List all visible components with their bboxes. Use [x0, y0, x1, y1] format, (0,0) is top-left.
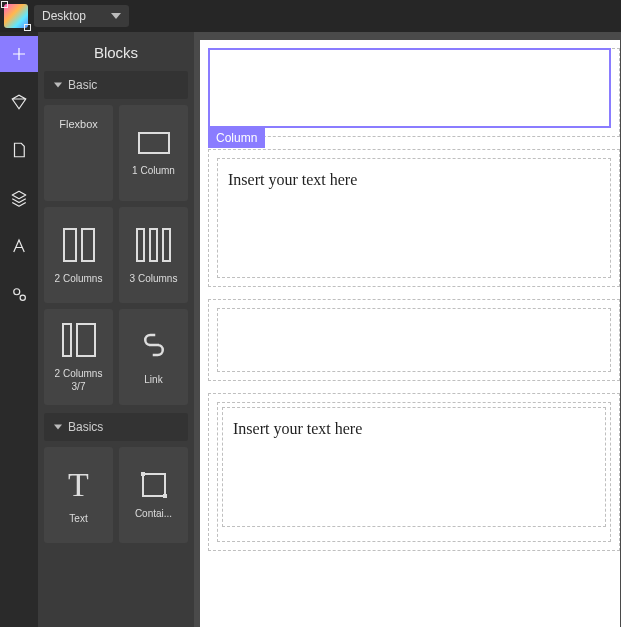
tool-rail [0, 32, 38, 627]
three-columns-icon [136, 228, 171, 262]
panel-scroll[interactable]: Basic Flexbox 1 Column 2 Columns 3 Colum… [38, 71, 194, 627]
selected-column[interactable]: Column [208, 48, 611, 128]
block-label: Contai... [135, 507, 172, 520]
category-grid-basic: Flexbox 1 Column 2 Columns 3 Columns 2 C… [44, 105, 188, 405]
device-select[interactable]: Desktop [34, 5, 129, 27]
canvas-row[interactable]: Insert your text here [208, 149, 620, 287]
block-2-columns[interactable]: 2 Columns [44, 207, 113, 303]
two-columns-icon [63, 228, 95, 262]
canvas-row[interactable]: Insert your text here [208, 393, 620, 551]
canvas-wrap: Column Insert your text here Insert your… [194, 32, 621, 627]
blocks-panel: Blocks Basic Flexbox 1 Column 2 Columns [38, 32, 194, 627]
rail-page-button[interactable] [0, 132, 38, 168]
block-link[interactable]: Link [119, 309, 188, 405]
category-grid-basics: T Text Contai... [44, 447, 188, 543]
canvas-row[interactable]: Column [208, 48, 620, 137]
panel-title: Blocks [38, 32, 194, 71]
letter-a-icon [10, 237, 28, 255]
text-placeholder[interactable]: Insert your text here [229, 414, 599, 444]
rail-settings-button[interactable] [0, 276, 38, 312]
caret-down-icon [54, 423, 62, 431]
plus-icon [10, 45, 28, 63]
diamond-icon [10, 93, 28, 111]
two-columns-3-7-icon [62, 323, 96, 357]
rail-add-button[interactable] [0, 36, 38, 72]
canvas[interactable]: Column Insert your text here Insert your… [200, 40, 620, 627]
caret-down-icon [54, 81, 62, 89]
container-icon [142, 473, 166, 497]
block-label: 2 Columns 3/7 [48, 367, 109, 393]
text-placeholder[interactable]: Insert your text here [224, 165, 604, 195]
rail-diamond-button[interactable] [0, 84, 38, 120]
app-logo-icon [4, 4, 28, 28]
category-label: Basics [68, 420, 103, 434]
link-icon [139, 330, 169, 363]
text-icon: T [68, 468, 89, 502]
column-icon [138, 132, 170, 154]
block-label: 2 Columns [55, 272, 103, 285]
caret-down-icon [111, 13, 121, 19]
canvas-column[interactable]: Insert your text here [217, 402, 611, 542]
block-label: Text [69, 512, 87, 525]
category-header-basics[interactable]: Basics [44, 413, 188, 441]
block-3-columns[interactable]: 3 Columns [119, 207, 188, 303]
block-label: Link [144, 373, 162, 386]
rail-text-button[interactable] [0, 228, 38, 264]
canvas-nested-column[interactable]: Insert your text here [222, 407, 606, 527]
page-icon [10, 141, 28, 159]
block-flexbox[interactable]: Flexbox [44, 105, 113, 201]
svg-point-0 [14, 289, 20, 295]
selection-badge[interactable]: Column [208, 128, 265, 148]
block-label: 1 Column [132, 164, 175, 177]
block-text[interactable]: T Text [44, 447, 113, 543]
canvas-row[interactable] [208, 299, 620, 381]
canvas-column[interactable] [217, 308, 611, 372]
category-label: Basic [68, 78, 97, 92]
main: Blocks Basic Flexbox 1 Column 2 Columns [0, 32, 621, 627]
canvas-column[interactable]: Insert your text here [217, 158, 611, 278]
svg-point-1 [20, 295, 25, 300]
layers-icon [10, 189, 28, 207]
category-header-basic[interactable]: Basic [44, 71, 188, 99]
block-2-columns-3-7[interactable]: 2 Columns 3/7 [44, 309, 113, 405]
block-label: 3 Columns [130, 272, 178, 285]
gears-icon [10, 285, 28, 303]
block-container[interactable]: Contai... [119, 447, 188, 543]
device-select-label: Desktop [42, 9, 86, 23]
topbar: Desktop [0, 0, 621, 32]
block-1-column[interactable]: 1 Column [119, 105, 188, 201]
block-label: Flexbox [59, 117, 98, 131]
rail-layers-button[interactable] [0, 180, 38, 216]
